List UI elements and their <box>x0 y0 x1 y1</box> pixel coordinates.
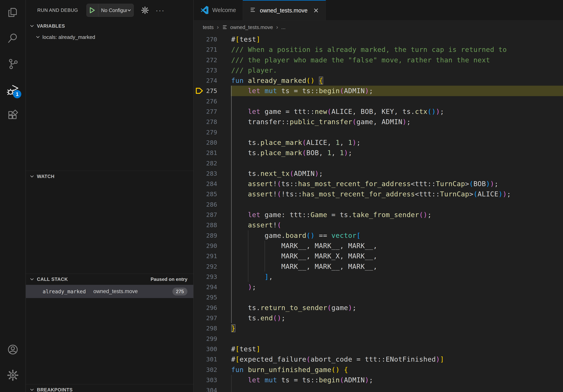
code-line[interactable]: 293 ], <box>194 272 563 282</box>
sidebar-item-search[interactable] <box>0 26 26 51</box>
code-line[interactable]: 303 let mut ts = ts::begin(ADMIN); <box>194 375 563 385</box>
gutter[interactable]: 301 <box>194 354 217 364</box>
code-line[interactable]: 284 assert!(ts::has_most_recent_for_addr… <box>194 179 563 189</box>
gutter[interactable]: 275 <box>194 86 217 96</box>
code-line[interactable]: 276 <box>194 96 563 106</box>
gutter[interactable]: 288 <box>194 220 217 230</box>
code-line[interactable]: 279 <box>194 127 563 137</box>
gutter[interactable]: 302 <box>194 365 217 375</box>
start-debug-icon[interactable] <box>87 4 98 17</box>
code-line[interactable]: 272/// the player who made the "false" m… <box>194 55 563 65</box>
code-line[interactable]: 285 assert!(!ts::has_most_recent_for_add… <box>194 189 563 199</box>
breadcrumb-item-more[interactable]: ... <box>281 24 286 30</box>
gutter[interactable]: 299 <box>194 334 217 344</box>
code-line[interactable]: 289 game.board() == vector[ <box>194 230 563 241</box>
gutter[interactable]: 294 <box>194 282 217 292</box>
gutter[interactable]: 274 <box>194 75 217 86</box>
gutter[interactable]: 287 <box>194 210 217 220</box>
debug-configuration-dropdown[interactable]: No Configura <box>86 4 134 17</box>
debug-settings-gear-icon[interactable] <box>141 6 149 14</box>
gutter[interactable]: 272 <box>194 55 217 65</box>
code-line[interactable]: 296 ts.return_to_sender(game); <box>194 303 563 313</box>
variables-header[interactable]: VARIABLES <box>26 21 193 32</box>
settings-button[interactable] <box>0 363 26 389</box>
gutter[interactable]: 297 <box>194 313 217 323</box>
gutter[interactable]: 273 <box>194 65 217 75</box>
gutter[interactable]: 298 <box>194 323 217 333</box>
gutter[interactable]: 277 <box>194 106 217 117</box>
gutter[interactable]: 293 <box>194 272 217 282</box>
gutter[interactable]: 291 <box>194 251 217 261</box>
gutter[interactable]: 283 <box>194 168 217 179</box>
code-line[interactable]: 282 <box>194 158 563 168</box>
gutter[interactable]: 290 <box>194 241 217 251</box>
gutter[interactable]: 292 <box>194 261 217 272</box>
watch-header[interactable]: WATCH <box>26 171 193 182</box>
breakpoints-header[interactable]: BREAKPOINTS <box>26 384 193 392</box>
code-line[interactable]: 294 ); <box>194 282 563 292</box>
line-number: 303 <box>194 375 217 385</box>
gutter[interactable]: 282 <box>194 158 217 168</box>
code-line[interactable]: 273/// player. <box>194 65 563 75</box>
code-line[interactable]: 275 let mut ts = ts::begin(ADMIN); <box>194 86 563 96</box>
code-line-content <box>217 334 563 344</box>
code-line[interactable]: 274fun already_marked() { <box>194 75 563 86</box>
code-line[interactable]: 298} <box>194 323 563 333</box>
breadcrumb-item-file[interactable]: owned_tests.move <box>230 24 273 30</box>
code-line[interactable]: 278 transfer::public_transfer(game, ADMI… <box>194 117 563 127</box>
gutter[interactable]: 271 <box>194 44 217 55</box>
sidebar-item-explorer[interactable] <box>0 0 26 26</box>
sidebar-item-source-control[interactable] <box>0 51 26 77</box>
gutter[interactable]: 280 <box>194 137 217 148</box>
breadcrumb-item-tests[interactable]: tests <box>203 24 214 30</box>
code-line[interactable]: 281 ts.place_mark(BOB, 1, 1); <box>194 148 563 158</box>
code-line[interactable]: 286 <box>194 199 563 210</box>
sidebar-item-extensions[interactable] <box>0 103 26 128</box>
gutter[interactable]: 284 <box>194 179 217 189</box>
account-button[interactable] <box>0 337 26 363</box>
code-line-content: ts.end(); <box>217 313 563 323</box>
sidebar-item-run-and-debug[interactable]: 1 <box>0 77 26 103</box>
code-line[interactable]: 297 ts.end(); <box>194 313 563 323</box>
tab-welcome[interactable]: Welcome <box>194 0 243 20</box>
tab-owned-tests-move[interactable]: owned_tests.move <box>243 0 326 20</box>
account-icon <box>7 344 19 356</box>
gutter[interactable]: 270 <box>194 34 217 44</box>
gutter[interactable]: 279 <box>194 127 217 137</box>
code-line[interactable]: 300#[test] <box>194 344 563 354</box>
code-line[interactable]: 277 let game = ttt::new(ALICE, BOB, KEY,… <box>194 106 563 117</box>
code-line[interactable]: 283 ts.next_tx(ADMIN); <box>194 168 563 179</box>
gutter[interactable]: 281 <box>194 148 217 158</box>
code-line[interactable]: 288 assert!( <box>194 220 563 230</box>
code-line[interactable]: 270#[test] <box>194 34 563 44</box>
code-line[interactable]: 291 MARK__, MARK_X, MARK__, <box>194 251 563 261</box>
gutter[interactable]: 300 <box>194 344 217 354</box>
close-icon[interactable] <box>313 8 319 13</box>
code-line[interactable]: 292 MARK__, MARK__, MARK__, <box>194 261 563 272</box>
code-line[interactable]: 280 ts.place_mark(ALICE, 1, 1); <box>194 137 563 148</box>
code-line[interactable]: 304 <box>194 385 563 392</box>
code-line[interactable]: 295 <box>194 292 563 302</box>
code-line[interactable]: 301#[expected_failure(abort_code = ttt::… <box>194 354 563 364</box>
gutter[interactable]: 276 <box>194 96 217 106</box>
locals-scope-row[interactable]: locals: already_marked <box>26 32 193 43</box>
gutter[interactable]: 304 <box>194 385 217 392</box>
stack-frame-row[interactable]: already_marked owned_tests.move 275 <box>26 285 193 298</box>
gutter[interactable]: 278 <box>194 117 217 127</box>
gutter[interactable]: 296 <box>194 303 217 313</box>
gutter[interactable]: 303 <box>194 375 217 385</box>
call-stack-label: CALL STACK <box>37 276 68 282</box>
gutter[interactable]: 285 <box>194 189 217 199</box>
code-line[interactable]: 290 MARK__, MARK__, MARK__, <box>194 241 563 251</box>
code-editor[interactable]: 270#[test]271/// When a position is alre… <box>194 34 563 392</box>
code-line[interactable]: 299 <box>194 334 563 344</box>
code-line[interactable]: 302fun burn_unfinished_game() { <box>194 365 563 375</box>
gutter[interactable]: 286 <box>194 199 217 210</box>
call-stack-header[interactable]: CALL STACK Paused on entry <box>26 274 193 285</box>
code-line[interactable]: 287 let game: ttt::Game = ts.take_from_s… <box>194 210 563 220</box>
gutter[interactable]: 289 <box>194 230 217 241</box>
chevron-down-icon <box>127 8 132 13</box>
more-actions-icon[interactable]: ··· <box>156 7 165 14</box>
code-line[interactable]: 271/// When a position is already marked… <box>194 44 563 55</box>
gutter[interactable]: 295 <box>194 292 217 302</box>
